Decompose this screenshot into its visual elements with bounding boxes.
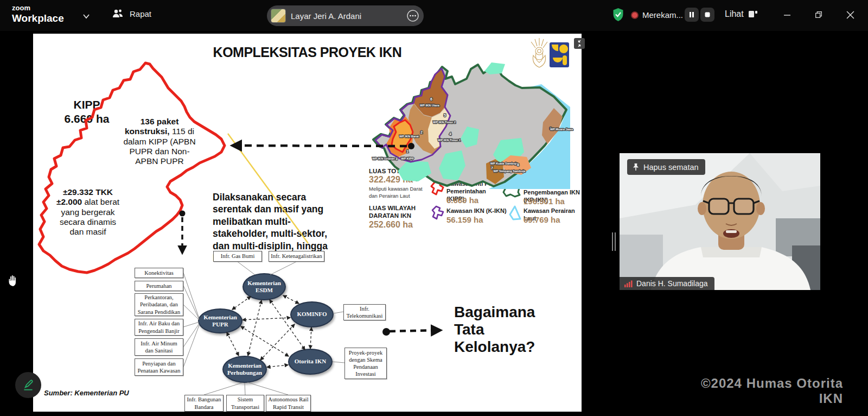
ikn-region-map: 6 WP IKN Utara 5 WP IKN Timur 2 4 WP IKN… [360,57,577,190]
sector-box: Konektivitas [135,268,183,278]
view-label: Lihat [725,9,744,19]
map-label: WP Kuala Samboja [490,162,518,165]
zoom-logo-text: zoom [12,4,64,11]
source-text: Sumber: Kementerian PU [44,389,129,397]
security-shield-icon[interactable] [612,8,624,22]
workplace-logo-text: Workplace [12,13,64,23]
share-pill-label: Layar Jeri A. Ardani [291,11,401,21]
annotate-button[interactable] [15,372,41,398]
record-dot-icon [631,11,639,19]
pin-icon [632,163,640,172]
map-num: 3 [395,157,398,161]
map-num: 4 [449,132,451,136]
map-label: WP IKN Timur 1 [438,138,461,142]
close-button[interactable] [840,4,860,25]
map-label: WP KIPP [401,157,414,160]
collapse-share-button[interactable] [574,38,585,49]
sector-box: Infr. Bangunan Bandara [184,395,224,412]
map-label: WP IKN Utara [420,104,440,107]
meeting-tab-label: Rapat [130,9,151,18]
recording-status: Merekam... [642,10,683,20]
sector-box: Proyek-proyek dengan Skema Pendanaan Inv… [344,348,387,379]
map-num: 8 [517,163,519,167]
paket-text: 136 paket konstruksi, 115 di dalam KIPP … [121,117,198,166]
pause-recording-button[interactable] [685,8,699,22]
sector-box: Perkantoran, Peribadatan, dan Sarana Pen… [135,293,183,316]
participant-name: Danis H. Sumadilaga [636,279,708,288]
node-kominfo: KOMINFO [290,301,334,327]
legend-kpikn-value: 196.501 ha [524,197,565,206]
hand-cursor [7,274,17,286]
legend-swatch-perairan [508,205,522,221]
zoom-workplace-logo: zoom Workplace [12,4,64,23]
sector-box: Sistem Transportasi [226,395,264,412]
unpin-chip[interactable]: Hapus sematan [627,159,705,175]
map-label: WP IKN Selatan [372,157,395,160]
share-thumbnail [271,9,286,23]
legend-kikn-value: 56.159 ha [446,215,483,224]
map-num: 5 [444,114,446,117]
question-text: Bagaimana Tata Kelolanya? [454,304,568,356]
map-label: WP Simpang Samboja [494,169,526,173]
sector-box: Infr. Gas Bumi [213,251,262,262]
map-label: WP Muara Jawa [550,128,573,131]
legend-daratan-value: 252.660 ha [369,220,434,230]
panel-divider-handle[interactable] [611,232,616,251]
restore-button[interactable] [808,4,829,25]
node-kementerian-pupr: Kementerian PUPR [198,308,242,333]
map-num: 2 [420,130,423,134]
connection-quality-icon [624,280,633,287]
legend-perairan-value: 69.769 ha [524,215,560,224]
sector-box: Perumahan [135,281,183,291]
legend-swatch-kikn [431,205,446,221]
copyright-watermark: ©2024 Humas Otorita IKN [685,376,843,406]
sector-box: Infr. Ketenagalistrikan [269,251,324,262]
title-bar: zoom Workplace Rapat Layar Jeri A. Ardan… [0,0,868,31]
legend-kipp-value: 6.669 ha [446,196,478,205]
stop-recording-button[interactable] [700,8,714,22]
node-kementerian-esdm: Kementerian ESDM [242,273,286,300]
map-label: WP IKN Barat [399,135,419,138]
more-options-icon[interactable] [406,9,419,22]
sector-box: Autonomous Rail Rapid Transit [266,395,311,412]
map-num: 7 [491,166,493,170]
map-label: WP IKN Timur 2 [433,121,456,124]
sector-box: Infr. Air Baku dan Pengendali Banjir [135,319,183,336]
minimize-button[interactable] [777,4,797,25]
unpin-label: Hapus sematan [643,163,699,172]
node-kementerian-perhubungan: Kementerian Perhubungan [222,356,267,383]
tkk-text: ±29.332 TKK ±2.000 alat berat yang berge… [52,187,124,237]
participants-icon [111,7,124,20]
node-otorita-ikn: Otorita IKN [288,349,333,375]
sector-box: Penyiapan dan Penataan Kawasan [135,358,183,376]
kipp-label: KIPP6.669 ha [60,98,114,127]
map-num: 6 [430,97,432,101]
legend-kikn-name: Kawasan IKN (K-IKN) [446,207,509,215]
sector-box: Infr. Air Minum dan Sanitasi [135,338,183,356]
participant-name-chip: Danis H. Sumadilaga [620,277,714,290]
shared-screen-pill[interactable]: Layar Jeri A. Ardani [267,5,424,26]
layout-view-icon [748,10,758,18]
sector-box: Infr. Telekomunikasi [343,304,386,320]
view-button[interactable]: Lihat [725,9,758,19]
video-tile[interactable]: Hapus sematan Danis H. Sumadilaga [620,153,820,290]
legend-daratan-label: LUAS WILAYAH DARATAN IKN [369,204,423,220]
tab-meeting[interactable]: Rapat [111,7,151,20]
chevron-down-icon[interactable] [82,13,91,20]
map-num: 1 [406,149,409,153]
pencil-icon [21,378,35,392]
